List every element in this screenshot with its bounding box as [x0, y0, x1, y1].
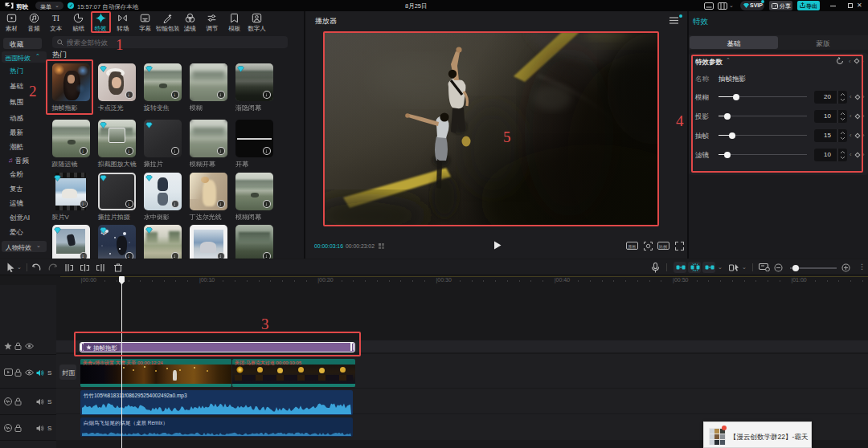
svg-text:TI: TI [52, 14, 59, 22]
